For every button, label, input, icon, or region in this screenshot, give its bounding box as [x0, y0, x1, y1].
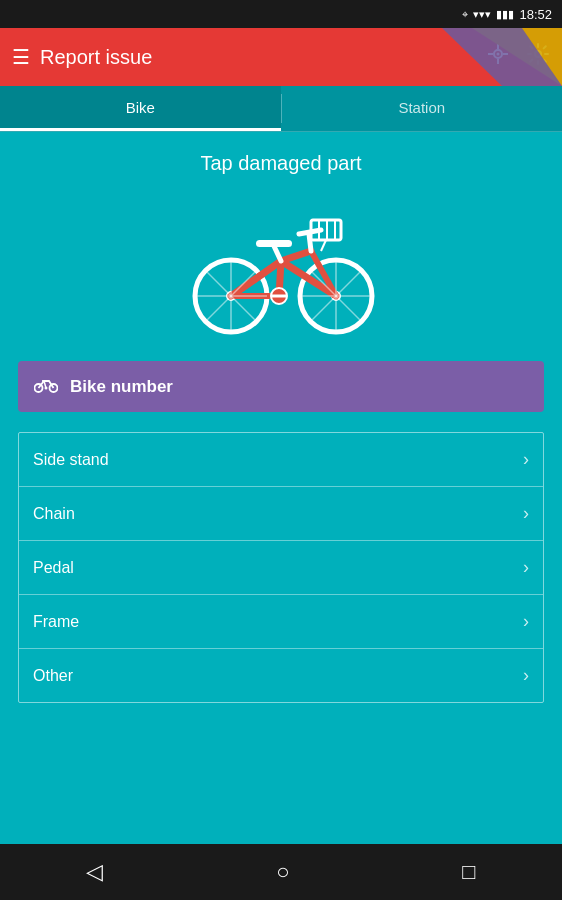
svg-line-43 — [336, 271, 361, 296]
tab-bike[interactable]: Bike — [0, 86, 281, 131]
location-icon: ⌖ — [462, 8, 468, 21]
issue-label-side-stand: Side stand — [33, 451, 109, 469]
back-button[interactable]: ◁ — [66, 851, 123, 893]
recent-apps-button[interactable]: □ — [442, 851, 495, 893]
chevron-right-icon: › — [523, 449, 529, 470]
location-button[interactable] — [486, 42, 510, 72]
chevron-right-icon: › — [523, 665, 529, 686]
svg-point-3 — [497, 53, 500, 56]
settings-button[interactable] — [526, 42, 550, 72]
bike-number-bar[interactable]: Bike number — [18, 361, 544, 412]
bike-number-icon — [34, 375, 58, 398]
top-bar-right — [486, 42, 550, 72]
svg-rect-21 — [256, 240, 292, 247]
chevron-right-icon: › — [523, 611, 529, 632]
top-bar: ☰ Report issue — [0, 28, 562, 86]
issue-label-chain: Chain — [33, 505, 75, 523]
issue-item-side-stand[interactable]: Side stand › — [19, 433, 543, 487]
home-button[interactable]: ○ — [256, 851, 309, 893]
chevron-right-icon: › — [523, 503, 529, 524]
page-title: Report issue — [40, 46, 152, 69]
issue-label-pedal: Pedal — [33, 559, 74, 577]
issue-item-chain[interactable]: Chain › — [19, 487, 543, 541]
svg-line-36 — [206, 296, 231, 321]
main-panel: Tap damaged part — [0, 132, 562, 723]
tab-bar: Bike Station — [0, 86, 562, 132]
issue-label-frame: Frame — [33, 613, 79, 631]
battery-icon: ▮▮▮ — [496, 8, 514, 21]
menu-icon[interactable]: ☰ — [12, 45, 30, 69]
status-bar: ⌖ ▾▾▾ ▮▮▮ 18:52 — [0, 0, 562, 28]
tap-instruction: Tap damaged part — [18, 152, 544, 175]
tab-station[interactable]: Station — [282, 86, 563, 131]
svg-line-46 — [336, 296, 361, 321]
bike-illustration[interactable] — [18, 191, 544, 341]
status-icons: ⌖ ▾▾▾ ▮▮▮ 18:52 — [462, 7, 552, 22]
wifi-icon: ▾▾▾ — [473, 8, 491, 21]
bottom-nav: ◁ ○ □ — [0, 844, 562, 900]
status-time: 18:52 — [519, 7, 552, 22]
issue-list: Side stand › Chain › Pedal › Frame › Oth… — [18, 432, 544, 703]
svg-line-38 — [231, 296, 256, 321]
bike-number-label: Bike number — [70, 377, 173, 397]
svg-line-28 — [321, 240, 326, 251]
svg-line-37 — [206, 271, 231, 296]
issue-item-frame[interactable]: Frame › — [19, 595, 543, 649]
svg-line-15 — [281, 251, 311, 261]
top-bar-left: ☰ Report issue — [12, 45, 152, 69]
chevron-right-icon: › — [523, 557, 529, 578]
issue-label-other: Other — [33, 667, 73, 685]
issue-item-other[interactable]: Other › — [19, 649, 543, 702]
svg-line-44 — [311, 296, 336, 321]
svg-point-51 — [45, 387, 48, 390]
svg-point-8 — [535, 51, 541, 57]
content-area: Tap damaged part — [0, 132, 562, 844]
issue-item-pedal[interactable]: Pedal › — [19, 541, 543, 595]
